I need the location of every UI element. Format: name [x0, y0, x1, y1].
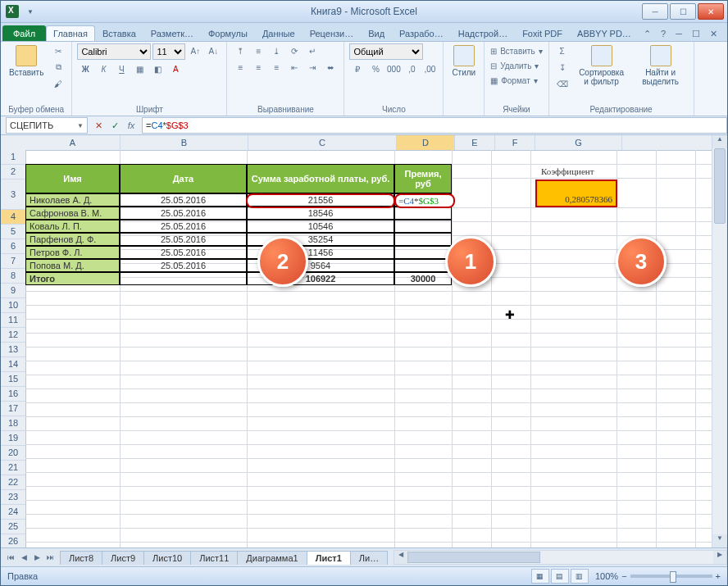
tab-file[interactable]: Файл	[2, 25, 46, 41]
merge-icon[interactable]: ⬌	[322, 60, 339, 75]
zoom-slider[interactable]	[630, 575, 712, 578]
cell-name[interactable]: Парфенов Д. Ф.	[25, 233, 120, 246]
view-normal-icon[interactable]: ▦	[531, 569, 549, 584]
row-header-15[interactable]: 15	[1, 372, 25, 387]
scroll-down-icon[interactable]: ▼	[712, 534, 727, 547]
formula-cancel-icon[interactable]: ✕	[91, 118, 106, 133]
row-header-18[interactable]: 18	[1, 416, 25, 431]
fill-color-icon[interactable]: ◧	[149, 61, 166, 76]
view-layout-icon[interactable]: ▤	[551, 569, 569, 584]
row-header-25[interactable]: 25	[1, 520, 25, 534]
percent-icon[interactable]: %	[367, 61, 384, 76]
formula-enter-icon[interactable]: ✓	[107, 118, 122, 133]
sheet-tab-Лист9[interactable]: Лист9	[102, 551, 144, 565]
find-select-button[interactable]: Найти и выделить	[633, 43, 689, 88]
cell-name[interactable]: Николаев А. Д.	[25, 193, 120, 207]
col-header-D[interactable]: D	[397, 135, 455, 150]
th-date[interactable]: Дата	[120, 164, 247, 193]
total-label[interactable]: Итого	[25, 272, 120, 285]
hscroll-right-icon[interactable]: ▶	[713, 551, 726, 564]
formula-input[interactable]: =C4*$G$3	[142, 117, 727, 134]
zoom-out-icon[interactable]: −	[621, 571, 626, 581]
sheet-next-icon[interactable]: ▶	[30, 553, 43, 561]
tab-developer[interactable]: Разрабо…	[392, 25, 451, 41]
delete-cells-button[interactable]: ⊟ Удалить ▾	[489, 58, 539, 73]
row-header-8[interactable]: 8	[1, 269, 25, 284]
increase-font-icon[interactable]: A↑	[187, 43, 203, 58]
row-header-20[interactable]: 20	[1, 446, 25, 461]
row-header-2[interactable]: 2	[1, 165, 25, 179]
font-name-combo[interactable]: Calibri	[77, 43, 151, 60]
row-header-1[interactable]: 1	[1, 150, 25, 165]
row-header-3[interactable]: 3	[1, 179, 25, 210]
number-format-combo[interactable]: Общий	[349, 43, 423, 60]
th-bonus[interactable]: Премия, руб	[394, 164, 452, 193]
ribbon-minimize-icon[interactable]: ⌃	[640, 27, 654, 41]
cut-icon[interactable]: ✂	[50, 43, 66, 58]
total-date[interactable]	[120, 272, 247, 285]
col-header-F[interactable]: F	[495, 135, 535, 150]
row-header-26[interactable]: 26	[1, 534, 25, 547]
row-header-12[interactable]: 12	[1, 328, 25, 343]
col-header-B[interactable]: B	[121, 135, 248, 150]
col-header-G[interactable]: G	[535, 135, 622, 150]
align-top-icon[interactable]: ⤒	[232, 43, 248, 58]
align-bottom-icon[interactable]: ⤓	[268, 43, 284, 58]
underline-icon[interactable]: Ч	[113, 61, 130, 76]
cell-date[interactable]: 25.05.2016	[120, 220, 247, 233]
paste-button[interactable]: Вставить	[6, 43, 47, 79]
decrease-indent-icon[interactable]: ⇤	[286, 60, 303, 75]
align-middle-icon[interactable]: ≡	[250, 43, 266, 58]
bold-icon[interactable]: Ж	[77, 61, 93, 76]
row-header-14[interactable]: 14	[1, 357, 25, 372]
sort-filter-button[interactable]: Сортировка и фильтр	[574, 43, 630, 88]
cell-bonus[interactable]	[394, 220, 452, 233]
sheet-first-icon[interactable]: ⏮	[4, 553, 17, 561]
align-left-icon[interactable]: ≡	[232, 60, 248, 75]
tab-view[interactable]: Вид	[361, 25, 392, 41]
coef-label[interactable]: Коэффициент	[541, 166, 594, 176]
doc-minimize-icon[interactable]: ─	[672, 27, 685, 41]
row-header-5[interactable]: 5	[1, 225, 25, 239]
border-icon[interactable]: ▦	[131, 61, 148, 76]
cell-name[interactable]: Петров Ф. Л.	[25, 246, 120, 259]
cell-bonus[interactable]	[394, 246, 452, 259]
active-cell-d4[interactable]: =C4*$G$3	[394, 193, 455, 208]
col-header-A[interactable]: A	[25, 135, 121, 150]
hscroll-thumb[interactable]	[407, 552, 540, 563]
sheet-prev-icon[interactable]: ◀	[17, 553, 30, 561]
sheet-tab-Ли…[interactable]: Ли…	[350, 551, 388, 565]
clear-icon[interactable]: ⌫	[554, 76, 571, 91]
tab-home[interactable]: Главная	[46, 25, 95, 41]
doc-restore-icon[interactable]: ☐	[689, 27, 703, 41]
currency-icon[interactable]: ₽	[349, 61, 366, 76]
font-size-combo[interactable]: 11	[152, 43, 185, 60]
align-center-icon[interactable]: ≡	[250, 60, 266, 75]
wrap-text-icon[interactable]: ↵	[304, 43, 321, 58]
fill-icon[interactable]: ↧	[554, 60, 571, 75]
row-header-7[interactable]: 7	[1, 254, 25, 269]
tab-insert[interactable]: Вставка	[95, 25, 143, 41]
row-header-24[interactable]: 24	[1, 505, 25, 520]
doc-close-icon[interactable]: ✕	[707, 27, 721, 41]
cell-date[interactable]: 25.05.2016	[120, 207, 247, 220]
insert-cells-button[interactable]: ⊞ Вставить ▾	[489, 43, 543, 58]
row-header-17[interactable]: 17	[1, 402, 25, 416]
name-box[interactable]: СЦЕПИТЬ ▼	[6, 117, 88, 134]
italic-icon[interactable]: К	[95, 61, 111, 76]
increase-indent-icon[interactable]: ⇥	[304, 60, 321, 75]
col-header-C[interactable]: C	[248, 135, 397, 150]
orientation-icon[interactable]: ⟳	[286, 43, 303, 58]
th-name[interactable]: Имя	[25, 164, 120, 193]
inc-decimal-icon[interactable]: ,0	[403, 61, 420, 76]
col-header-E[interactable]: E	[455, 135, 495, 150]
cell-salary[interactable]: 21556	[247, 193, 394, 207]
help-icon[interactable]: ?	[657, 27, 669, 41]
sheet-tab-Диаграмма1[interactable]: Диаграмма1	[237, 551, 307, 565]
cell-name[interactable]: Сафронова В. М.	[25, 207, 120, 220]
row-header-19[interactable]: 19	[1, 431, 25, 446]
zoom-in-icon[interactable]: +	[716, 571, 721, 581]
tab-abbyy[interactable]: ABBYY PD…	[570, 25, 639, 41]
horizontal-scrollbar[interactable]: ◀ ▶	[394, 550, 727, 565]
align-right-icon[interactable]: ≡	[268, 60, 284, 75]
